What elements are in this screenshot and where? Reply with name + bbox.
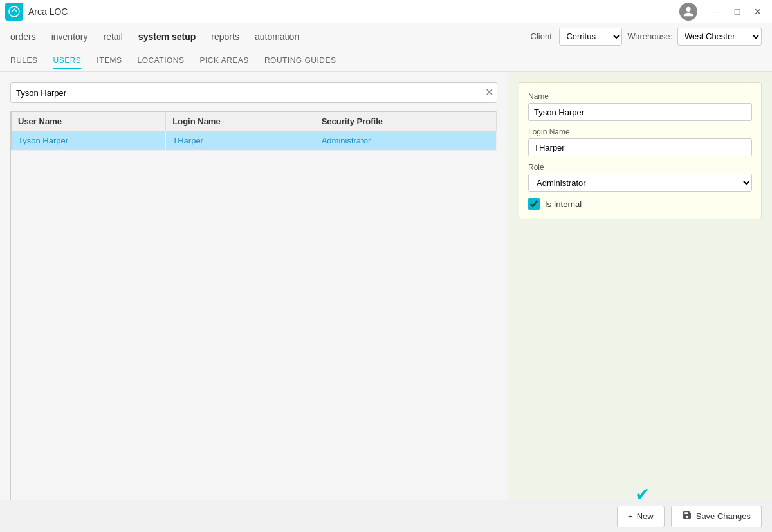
- close-button[interactable]: ✕: [749, 5, 767, 19]
- window-controls: ─ □ ✕: [708, 5, 767, 19]
- main-content-wrapper: ✕ User Name Login Name Security Profile …: [0, 72, 772, 532]
- svg-point-0: [9, 6, 19, 17]
- warehouse-selector[interactable]: West Chester: [677, 28, 762, 46]
- nav-automation[interactable]: automation: [255, 29, 299, 44]
- save-label: Save Changes: [696, 511, 751, 521]
- subnav-users[interactable]: USERS: [53, 53, 82, 69]
- nav-orders[interactable]: orders: [10, 29, 36, 44]
- subnav-locations[interactable]: LOCATIONS: [138, 53, 185, 68]
- col-securityprofile: Security Profile: [315, 112, 496, 131]
- title-bar: Arca LOC ─ □ ✕: [0, 0, 772, 23]
- detail-section: Name Login Name Role Administrator User …: [519, 82, 762, 219]
- user-icon-area: [679, 3, 697, 21]
- minimize-button[interactable]: ─: [708, 5, 726, 19]
- col-username: User Name: [12, 112, 166, 131]
- table-header-row: User Name Login Name Security Profile: [12, 112, 497, 131]
- selectors-area: Client: Cerritus Warehouse: West Chester: [531, 28, 762, 46]
- name-label: Name: [528, 92, 752, 101]
- warehouse-label: Warehouse:: [627, 32, 672, 41]
- nav-retail[interactable]: retail: [104, 29, 123, 44]
- cell-loginname: THarper: [166, 131, 315, 151]
- save-changes-button[interactable]: Save Changes: [671, 506, 762, 527]
- search-container: ✕: [10, 82, 497, 103]
- right-panel: Name Login Name Role Administrator User …: [508, 72, 772, 532]
- name-field-group: Name: [528, 92, 752, 121]
- new-icon: +: [628, 511, 633, 521]
- maximize-button[interactable]: □: [728, 5, 746, 19]
- is-internal-label: Is Internal: [545, 199, 582, 209]
- user-avatar[interactable]: [679, 3, 697, 21]
- main-content: ✕ User Name Login Name Security Profile …: [0, 72, 772, 532]
- login-name-field-group: Login Name: [528, 127, 752, 156]
- save-icon: [682, 510, 692, 522]
- role-field-group: Role Administrator User Viewer: [528, 163, 752, 192]
- bottom-bar: + New Save Changes: [0, 500, 772, 532]
- subnav-items[interactable]: ITEMS: [96, 53, 122, 68]
- search-clear-icon[interactable]: ✕: [485, 87, 493, 98]
- subnav-rules[interactable]: RULES: [10, 53, 38, 68]
- is-internal-row: Is Internal: [528, 198, 752, 210]
- left-panel: ✕ User Name Login Name Security Profile …: [0, 72, 508, 532]
- subnav-routing-guides[interactable]: ROUTING GUIDES: [264, 53, 336, 68]
- col-loginname: Login Name: [166, 112, 315, 131]
- nav-reports[interactable]: reports: [211, 29, 239, 44]
- sub-nav: RULES USERS ITEMS LOCATIONS PICK AREAS R…: [0, 50, 772, 72]
- subnav-pick-areas[interactable]: PICK AREAS: [200, 53, 249, 68]
- search-input[interactable]: [10, 82, 497, 103]
- users-table-wrapper: User Name Login Name Security Profile Ty…: [10, 111, 497, 522]
- is-internal-checkbox[interactable]: [528, 198, 540, 210]
- client-label: Client:: [531, 32, 555, 41]
- cell-securityprofile: Administrator: [315, 131, 496, 151]
- client-selector[interactable]: Cerritus: [559, 28, 622, 46]
- nav-inventory[interactable]: inventory: [51, 29, 88, 44]
- nav-system-setup[interactable]: system setup: [138, 29, 196, 44]
- new-button[interactable]: + New: [617, 506, 665, 527]
- users-table: User Name Login Name Security Profile Ty…: [11, 111, 497, 151]
- table-row[interactable]: Tyson Harper THarper Administrator: [12, 131, 497, 151]
- new-label: New: [637, 511, 654, 521]
- app-title: Arca LOC: [28, 6, 679, 17]
- name-input[interactable]: [528, 103, 752, 121]
- login-name-label: Login Name: [528, 127, 752, 136]
- cell-username: Tyson Harper: [12, 131, 166, 151]
- role-label: Role: [528, 163, 752, 172]
- main-nav: orders inventory retail system setup rep…: [0, 23, 772, 50]
- login-name-input[interactable]: [528, 138, 752, 156]
- role-select[interactable]: Administrator User Viewer: [528, 174, 752, 192]
- app-logo: [5, 3, 23, 21]
